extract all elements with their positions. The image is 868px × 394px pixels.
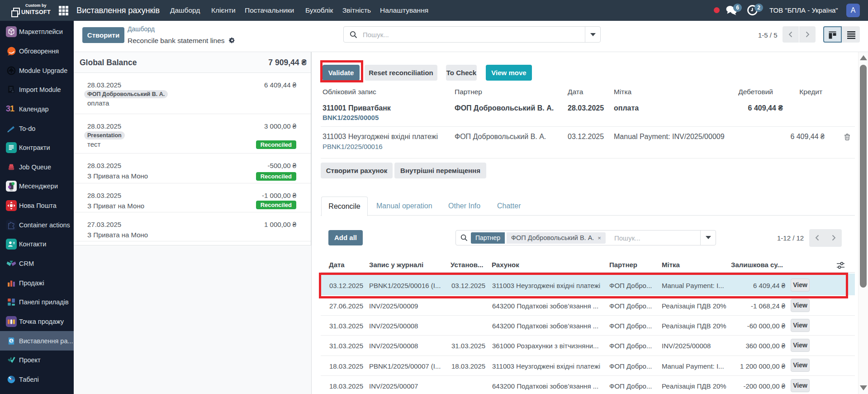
svg-text:$: $ (10, 338, 12, 343)
